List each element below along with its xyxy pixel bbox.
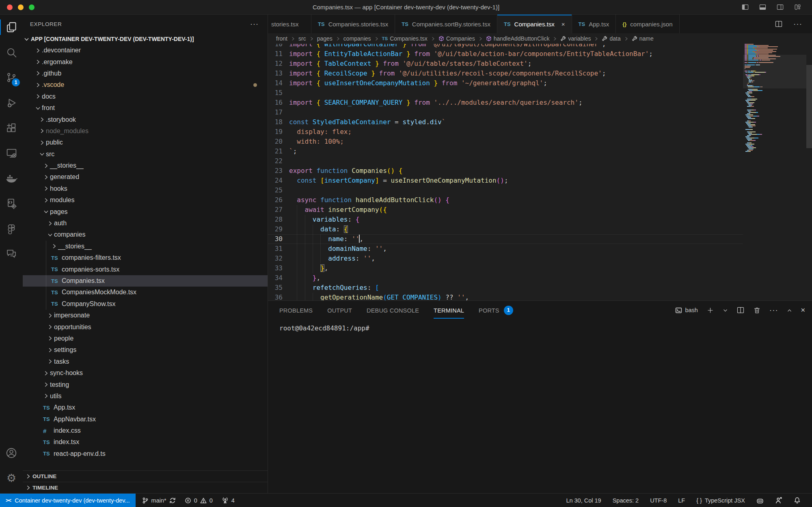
tree-item-front[interactable]: front bbox=[23, 102, 268, 114]
activitybar-comments[interactable] bbox=[0, 241, 23, 266]
problems-indicator[interactable]: 00 bbox=[185, 497, 213, 504]
breadcrumb-item-handleaddbuttonclick[interactable]: handleAddButtonClick bbox=[486, 35, 550, 42]
maximize-panel-icon[interactable] bbox=[787, 308, 792, 313]
code-line-20[interactable]: 20 width: 100%; bbox=[268, 137, 743, 147]
tree-item-generated[interactable]: generated bbox=[23, 171, 268, 183]
code-line-14[interactable]: 14import { useInsertOneCompanyMutation }… bbox=[268, 78, 743, 88]
terminal-dropdown-icon[interactable] bbox=[723, 308, 728, 313]
activitybar-explorer[interactable] bbox=[0, 15, 23, 40]
minimap[interactable] bbox=[743, 44, 806, 300]
code-line-27[interactable]: 27 await insertCompany({ bbox=[268, 205, 743, 215]
code-line-28[interactable]: 28 variables: { bbox=[268, 215, 743, 224]
toggle-primary-sidebar-icon[interactable] bbox=[741, 3, 749, 11]
kill-terminal-icon[interactable] bbox=[753, 306, 761, 314]
code-line-23[interactable]: 23export function Companies() { bbox=[268, 166, 743, 176]
minimap-viewport[interactable] bbox=[743, 55, 806, 88]
tree-item-public[interactable]: public bbox=[23, 137, 268, 148]
indent-setting[interactable]: Spaces: 2 bbox=[613, 497, 639, 504]
cursor-position[interactable]: Ln 30, Col 19 bbox=[566, 497, 601, 504]
code-line-34[interactable]: 34 }, bbox=[268, 273, 743, 283]
code-line-24[interactable]: 24 const [insertCompany] = useInsertOneC… bbox=[268, 176, 743, 186]
tree-item-sync-hooks[interactable]: sync-hooks bbox=[23, 367, 268, 379]
breadcrumb-item-companies-tsx[interactable]: TSCompanies.tsx bbox=[382, 35, 428, 42]
code-line-21[interactable]: 21`; bbox=[268, 147, 743, 156]
sidebar-section-outline[interactable]: OUTLINE bbox=[23, 470, 268, 482]
encoding-setting[interactable]: UTF-8 bbox=[650, 497, 667, 504]
code-line-10[interactable]: 10import { WithTopBarContainer } from '@… bbox=[268, 44, 743, 49]
close-window-button[interactable] bbox=[7, 4, 13, 10]
new-terminal-icon[interactable] bbox=[706, 306, 714, 314]
ports-indicator[interactable]: 4 bbox=[222, 497, 235, 504]
tree-item-testing[interactable]: testing bbox=[23, 379, 268, 390]
code-line-15[interactable]: 15 bbox=[268, 88, 743, 98]
tree-item-companiesmockmode-tsx[interactable]: TSCompaniesMockMode.tsx bbox=[23, 287, 268, 298]
code-line-35[interactable]: 35 refetchQueries: [ bbox=[268, 283, 743, 293]
tree-item--devcontainer[interactable]: .devcontainer bbox=[23, 45, 268, 56]
explorer-section-header[interactable]: APP [CONTAINER DEV-TWENTY-DEV (DEV-TWENT… bbox=[23, 33, 268, 45]
code-line-22[interactable]: 22 bbox=[268, 156, 743, 166]
code-line-32[interactable]: 32 address: '', bbox=[268, 254, 743, 263]
split-editor-icon[interactable] bbox=[775, 20, 783, 28]
activitybar-docker[interactable] bbox=[0, 166, 23, 191]
tree-item--github[interactable]: .github bbox=[23, 68, 268, 79]
activitybar-codegen[interactable] bbox=[0, 191, 23, 216]
close-tab-icon[interactable]: × bbox=[561, 21, 565, 28]
feedback-icon[interactable] bbox=[775, 497, 782, 504]
minimize-window-button[interactable] bbox=[18, 4, 24, 10]
toggle-panel-icon[interactable] bbox=[759, 3, 767, 11]
tree-item-index-css[interactable]: #index.css bbox=[23, 425, 268, 436]
tree-item-node-modules[interactable]: node_modules bbox=[23, 125, 268, 137]
code-line-29[interactable]: 29 data: { bbox=[268, 224, 743, 234]
tree-item-people[interactable]: people bbox=[23, 333, 268, 344]
tree-item-modules[interactable]: modules bbox=[23, 194, 268, 206]
code-editor[interactable]: 10import { WithTopBarContainer } from '@… bbox=[268, 44, 812, 300]
code-line-26[interactable]: 26 async function handleAddButtonClick()… bbox=[268, 195, 743, 205]
tab-companies-stories-tsx[interactable]: TSCompanies.stories.tsx bbox=[311, 15, 395, 33]
tree-item--ergomake[interactable]: .ergomake bbox=[23, 56, 268, 67]
activitybar-settings[interactable]: ⚙ bbox=[0, 466, 23, 491]
tree-item-app-tsx[interactable]: TSApp.tsx bbox=[23, 402, 268, 413]
code-line-11[interactable]: 11import { EntityTableActionBar } from '… bbox=[268, 49, 743, 59]
code-line-36[interactable]: 36 getOperationName(GET_COMPANIES) ?? ''… bbox=[268, 293, 743, 300]
tree-item-companies-tsx[interactable]: TSCompanies.tsx bbox=[23, 275, 268, 287]
panel-tab-ports[interactable]: PORTS1 bbox=[479, 301, 513, 319]
breadcrumb-item-front[interactable]: front bbox=[276, 35, 287, 42]
activitybar-remote-explorer[interactable] bbox=[0, 140, 23, 166]
editor-more-actions-icon[interactable]: ··· bbox=[793, 19, 802, 28]
tree-item-hooks[interactable]: hooks bbox=[23, 183, 268, 194]
code-line-31[interactable]: 31 domainName: '', bbox=[268, 244, 743, 254]
code-line-19[interactable]: 19 display: flex; bbox=[268, 127, 743, 137]
activitybar-search[interactable] bbox=[0, 40, 23, 65]
tab-companies-sortby-stories-tsx[interactable]: TSCompanies.sortBy.stories.tsx bbox=[395, 15, 497, 33]
panel-tab-debug-console[interactable]: DEBUG CONSOLE bbox=[367, 301, 419, 319]
activitybar-source-control[interactable]: 1 bbox=[0, 65, 23, 90]
branch-indicator[interactable]: main* bbox=[142, 497, 176, 504]
customize-layout-icon[interactable] bbox=[794, 3, 801, 11]
tree-item-pages[interactable]: pages bbox=[23, 206, 268, 217]
code-line-25[interactable]: 25 bbox=[268, 186, 743, 195]
tree-item-impersonate[interactable]: impersonate bbox=[23, 310, 268, 321]
shell-selector[interactable]: bash bbox=[675, 307, 698, 314]
breadcrumb-item-variables[interactable]: variables bbox=[560, 35, 591, 42]
copilot-icon[interactable] bbox=[756, 497, 764, 504]
breadcrumb-item-companies[interactable]: Companies bbox=[438, 35, 475, 42]
code-line-17[interactable]: 17 bbox=[268, 108, 743, 117]
remote-indicator[interactable]: ><Container dev-twenty-dev (dev-twenty-d… bbox=[0, 494, 136, 507]
tree-item-opportunities[interactable]: opportunities bbox=[23, 321, 268, 332]
tree-item-companies-filters-tsx[interactable]: TScompanies-filters.tsx bbox=[23, 252, 268, 263]
panel-tab-terminal[interactable]: TERMINAL bbox=[434, 301, 464, 319]
tab-stories-tsx[interactable]: stories.tsx bbox=[268, 15, 311, 33]
activitybar-extensions[interactable] bbox=[0, 115, 23, 140]
tree-item--stories-[interactable]: __stories__ bbox=[23, 160, 268, 171]
code-line-12[interactable]: 12import { TableContext } from '@/ui/tab… bbox=[268, 59, 743, 69]
explorer-more-actions-icon[interactable]: ··· bbox=[250, 20, 259, 28]
tab-app-tsx[interactable]: TSApp.tsx bbox=[572, 15, 616, 33]
activitybar-figma[interactable] bbox=[0, 216, 23, 241]
sidebar-section-timeline[interactable]: TIMELINE bbox=[23, 482, 268, 493]
code-line-13[interactable]: 13import { RecoilScope } from '@/ui/util… bbox=[268, 69, 743, 78]
tree-item-companies[interactable]: companies bbox=[23, 229, 268, 240]
eol-setting[interactable]: LF bbox=[678, 497, 685, 504]
tree-item-companyshow-tsx[interactable]: TSCompanyShow.tsx bbox=[23, 298, 268, 310]
breadcrumb-item-companies[interactable]: companies bbox=[343, 35, 371, 42]
breadcrumb-item-name[interactable]: name bbox=[632, 35, 654, 42]
